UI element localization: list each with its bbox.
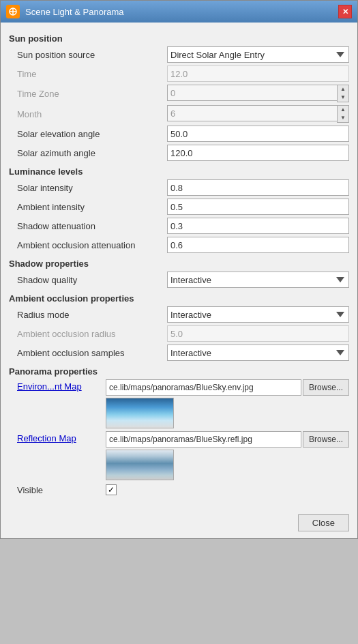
elevation-input[interactable] xyxy=(167,126,349,142)
timezone-spin-up[interactable]: ▲ xyxy=(338,85,348,93)
shadow-atten-label: Shadow attenuation xyxy=(17,221,167,231)
reflection-map-row: Reflection Map Browse... xyxy=(9,431,349,480)
shadow-quality-row: Shadow quality Interactive Final Draft xyxy=(9,272,349,288)
content-area: Sun position Sun position source Direct … xyxy=(1,23,357,503)
shadow-atten-input[interactable] xyxy=(167,218,349,234)
close-button[interactable]: Close xyxy=(298,514,349,531)
environ-file-row: Browse... xyxy=(106,379,349,396)
footer: Close xyxy=(1,509,357,538)
ao-samples-label: Ambient occlusion samples xyxy=(17,348,167,358)
reflection-map-label[interactable]: Reflection Map xyxy=(17,431,106,443)
time-row: Time xyxy=(9,65,349,82)
visible-checkbox[interactable]: ✓ xyxy=(106,484,117,495)
radius-mode-label: Radius mode xyxy=(17,310,167,320)
solar-intensity-input[interactable] xyxy=(167,179,349,196)
month-spinner: ▲ ▼ xyxy=(167,105,349,123)
reflection-path-input[interactable] xyxy=(106,431,301,448)
ao-samples-select[interactable]: Interactive Final Draft xyxy=(167,345,349,361)
month-input xyxy=(167,105,337,121)
azimuth-input[interactable] xyxy=(167,145,349,161)
timezone-spinner: ▲ ▼ xyxy=(167,85,349,102)
ao-radius-label: Ambient occlusion radius xyxy=(17,329,167,339)
elevation-label: Solar elevation angle xyxy=(17,129,167,139)
month-spin-buttons: ▲ ▼ xyxy=(337,105,349,123)
sun-position-source-row: Sun position source Direct Solar Angle E… xyxy=(9,46,349,63)
sun-position-source-select[interactable]: Direct Solar Angle Entry From Date/Time/… xyxy=(167,46,349,63)
ao-radius-input xyxy=(167,325,349,342)
ao-radius-row: Ambient occlusion radius xyxy=(9,325,349,342)
shadow-header: Shadow properties xyxy=(9,259,349,269)
shadow-atten-row: Shadow attenuation xyxy=(9,218,349,234)
solar-intensity-row: Solar intensity xyxy=(9,179,349,196)
ao-atten-input[interactable] xyxy=(167,237,349,253)
ambient-intensity-label: Ambient intensity xyxy=(17,202,167,212)
sun-position-header: Sun position xyxy=(9,33,349,44)
visible-label: Visible xyxy=(17,485,106,495)
ao-atten-row: Ambient occlusion attenuation xyxy=(9,237,349,253)
ao-atten-label: Ambient occlusion attenuation xyxy=(17,240,167,250)
ao-samples-row: Ambient occlusion samples Interactive Fi… xyxy=(9,345,349,361)
elevation-row: Solar elevation angle xyxy=(9,126,349,142)
ambient-intensity-input[interactable] xyxy=(167,199,349,215)
sun-position-source-label: Sun position source xyxy=(17,50,167,60)
solar-intensity-label: Solar intensity xyxy=(17,183,167,193)
environ-map-right: Browse... xyxy=(106,379,349,428)
environ-map-row: Environ...nt Map Browse... xyxy=(9,379,349,428)
reflection-browse-button[interactable]: Browse... xyxy=(303,431,349,448)
environ-map-label[interactable]: Environ...nt Map xyxy=(17,379,106,392)
luminance-header: Luminance levels xyxy=(9,166,349,177)
azimuth-label: Solar azimuth angle xyxy=(17,148,167,158)
reflection-preview-image xyxy=(106,450,173,480)
window-title: Scene Light & Panorama xyxy=(25,7,124,17)
month-label: Month xyxy=(17,109,167,119)
environ-path-input[interactable] xyxy=(106,379,301,396)
main-window: Scene Light & Panorama ✕ Sun position Su… xyxy=(0,0,358,539)
timezone-label: Time Zone xyxy=(17,89,167,99)
ao-header: Ambient occlusion properties xyxy=(9,293,349,304)
radius-mode-row: Radius mode Interactive Final Draft xyxy=(9,306,349,323)
reflection-file-row: Browse... xyxy=(106,431,349,448)
shadow-quality-label: Shadow quality xyxy=(17,275,167,285)
azimuth-row: Solar azimuth angle xyxy=(9,145,349,161)
timezone-spin-down[interactable]: ▼ xyxy=(338,93,348,102)
timezone-spin-buttons: ▲ ▼ xyxy=(337,85,349,102)
window-close-button[interactable]: ✕ xyxy=(338,5,352,18)
month-spin-down[interactable]: ▼ xyxy=(338,114,348,122)
ambient-intensity-row: Ambient intensity xyxy=(9,199,349,215)
app-icon xyxy=(6,5,20,18)
radius-mode-select[interactable]: Interactive Final Draft xyxy=(167,306,349,323)
visible-row: Visible ✓ xyxy=(9,484,349,495)
title-bar: Scene Light & Panorama ✕ xyxy=(1,1,357,23)
reflection-preview xyxy=(106,450,174,480)
timezone-row: Time Zone ▲ ▼ xyxy=(9,85,349,102)
month-spin-up[interactable]: ▲ xyxy=(338,106,348,114)
month-row: Month ▲ ▼ xyxy=(9,105,349,123)
environ-preview-image xyxy=(106,398,173,428)
timezone-input xyxy=(167,85,337,101)
time-input xyxy=(167,65,349,82)
environ-preview xyxy=(106,398,174,428)
panorama-header: Panorama properties xyxy=(9,366,349,377)
reflection-map-right: Browse... xyxy=(106,431,349,480)
shadow-quality-select[interactable]: Interactive Final Draft xyxy=(167,272,349,288)
time-label: Time xyxy=(17,69,167,79)
environ-browse-button[interactable]: Browse... xyxy=(303,379,349,396)
